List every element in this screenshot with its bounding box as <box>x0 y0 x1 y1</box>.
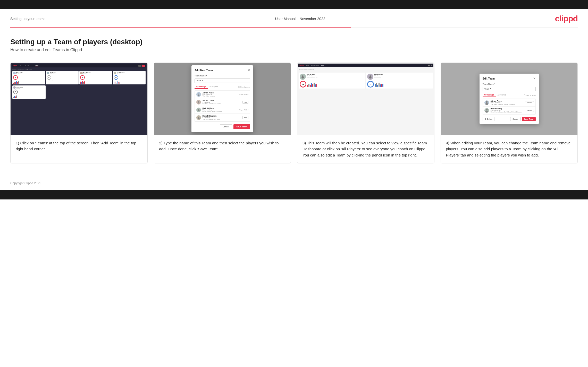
svg-point-9 <box>301 77 304 78</box>
svg-point-2 <box>198 101 199 102</box>
cards-row: clippd Home My Performance Teams Add Tea… <box>10 63 578 163</box>
card-2-screenshot: Add New Team ✕ Team Name * My Team (2) A… <box>154 63 291 135</box>
list-item: Blair McHarg Plus HandicapRoyal North De… <box>483 107 535 114</box>
edit-tab-my-team[interactable]: My Team (2) <box>483 93 496 97</box>
top-bar <box>0 0 588 9</box>
delete-team-button[interactable]: 🗑 Delete <box>483 117 494 121</box>
logo: clippd <box>555 14 578 23</box>
player-added-label: Player Added <box>239 94 248 95</box>
bottom-bar <box>0 190 588 199</box>
svg-point-12 <box>486 101 488 103</box>
svg-point-14 <box>486 109 488 110</box>
header-left-label: Setting up your teams <box>10 17 45 21</box>
svg-point-3 <box>198 102 199 103</box>
svg-point-1 <box>198 95 199 96</box>
remove-player-btn[interactable]: Remove <box>525 101 534 104</box>
modal-save-button[interactable]: Save Team <box>233 124 250 129</box>
team-name-input[interactable] <box>195 78 250 83</box>
svg-point-4 <box>198 109 199 110</box>
card-3-text: 3) This Team will then be created. You c… <box>297 135 434 163</box>
copyright-text: Copyright Clippd 2021 <box>10 181 41 185</box>
card-3-screenshot: clippd Home My Performance Teams Team A … <box>297 63 434 135</box>
tab-all-players[interactable]: All Players <box>208 85 220 89</box>
card-2: Add New Team ✕ Team Name * My Team (2) A… <box>154 63 291 163</box>
card-4: Edit Team ✕ Team Name * My Team (2) All … <box>441 63 578 163</box>
add-team-modal: Add New Team ✕ Team Name * My Team (2) A… <box>191 65 253 132</box>
team-name-label: Team Name * <box>195 75 250 77</box>
svg-point-10 <box>369 75 371 77</box>
remove-player-btn[interactable]: Remove <box>525 109 534 112</box>
svg-point-6 <box>198 117 199 118</box>
svg-point-13 <box>485 103 488 105</box>
list-item: Adrian Player Plus HandicapThe Shire Lon… <box>195 91 250 98</box>
svg-point-15 <box>485 111 488 112</box>
modal-edit-close[interactable]: ✕ <box>533 77 536 80</box>
svg-point-7 <box>198 118 199 119</box>
filter-label: Filter by name <box>240 86 250 88</box>
list-item: Blair McHarg Plus HandicapRoyal North De… <box>195 106 250 114</box>
list-item: Adrian Player Plus HandicapThe Shire Lon… <box>483 99 535 107</box>
edit-filter-label: Filter by name <box>526 94 536 96</box>
card-4-text: 4) When editing your Team, you can chang… <box>441 135 578 163</box>
edit-cancel-button[interactable]: Cancel <box>510 117 520 121</box>
edit-team-name-label: Team Name * <box>483 83 536 85</box>
page-title: Setting up a Team of players (desktop) <box>10 38 578 46</box>
add-player-btn[interactable]: Add <box>242 101 248 104</box>
header: Setting up your teams User Manual – Nove… <box>0 9 588 27</box>
footer: Copyright Clippd 2021 <box>0 179 588 190</box>
edit-team-name-input[interactable] <box>483 87 536 91</box>
svg-point-8 <box>302 75 304 77</box>
list-item: Adrian Coliba 1 HandicapCentral London G… <box>195 98 250 106</box>
trash-icon: 🗑 <box>485 118 486 120</box>
edit-tab-all-players[interactable]: All Players <box>496 93 508 97</box>
card-3: clippd Home My Performance Teams Team A … <box>297 63 434 163</box>
card-1: clippd Home My Performance Teams Add Tea… <box>10 63 148 163</box>
tab-my-team[interactable]: My Team (2) <box>195 85 208 89</box>
card-2-text: 2) Type the name of this Team and then s… <box>154 135 291 163</box>
modal-cancel-button[interactable]: Cancel <box>220 124 232 129</box>
modal-edit-title: Edit Team <box>483 77 495 80</box>
player-added-label: Player Added <box>239 109 248 111</box>
page-subtitle: How to create and edit Teams in Clippd <box>10 48 578 52</box>
modal-add-title: Add New Team <box>195 69 213 72</box>
edit-player-list: Adrian Player Plus HandicapThe Shire Lon… <box>483 99 536 115</box>
card-4-screenshot: Edit Team ✕ Team Name * My Team (2) All … <box>441 63 578 135</box>
edit-team-modal: Edit Team ✕ Team Name * My Team (2) All … <box>480 74 539 124</box>
main-content: Setting up a Team of players (desktop) H… <box>0 28 588 179</box>
list-item: Dave Billingham 5 HandicapThe Dog Maing … <box>195 114 250 121</box>
edit-save-button[interactable]: Save Team <box>522 117 536 121</box>
card-1-text: 1) Click on 'Teams' at the top of the sc… <box>11 135 147 163</box>
header-center-label: User Manual – November 2022 <box>275 17 325 21</box>
svg-point-5 <box>198 110 199 111</box>
svg-point-0 <box>198 93 199 94</box>
add-player-btn[interactable]: Add <box>242 116 248 119</box>
card-1-screenshot: clippd Home My Performance Teams Add Tea… <box>11 63 147 135</box>
player-list: Adrian Player Plus HandicapThe Shire Lon… <box>195 90 250 122</box>
svg-point-11 <box>369 77 372 78</box>
modal-add-close[interactable]: ✕ <box>248 68 250 72</box>
